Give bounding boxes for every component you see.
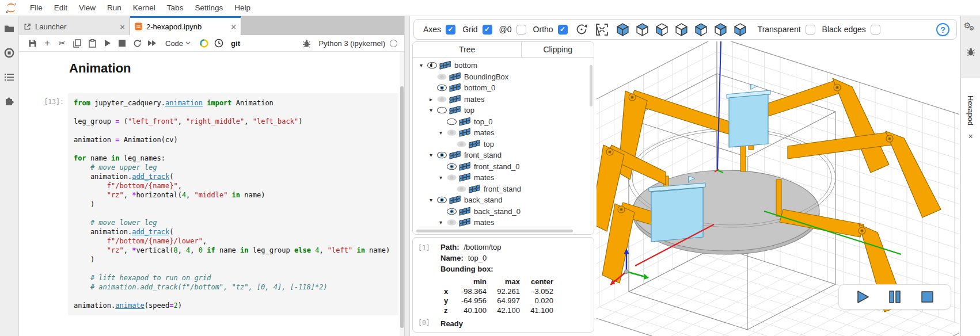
visibility-toggle[interactable]: [436, 106, 447, 114]
menu-file[interactable]: File: [24, 0, 48, 16]
tree-node-mates[interactable]: ▾mates: [413, 217, 594, 228]
tree-node-mates[interactable]: ▸mates: [413, 94, 594, 105]
visibility-toggle[interactable]: [436, 151, 447, 159]
visibility-toggle[interactable]: [436, 73, 447, 81]
cell-type-select[interactable]: Code: [165, 39, 183, 48]
visibility-toggle[interactable]: [436, 196, 447, 204]
file-browser-icon[interactable]: [4, 24, 14, 33]
menu-edit[interactable]: Edit: [48, 0, 73, 16]
ortho-checkbox[interactable]: ✓: [558, 25, 568, 35]
axes-checkbox[interactable]: ✓: [446, 25, 455, 35]
visibility-toggle[interactable]: [456, 185, 467, 193]
menu-tabs[interactable]: Tabs: [161, 0, 189, 16]
view-cube-icon-2[interactable]: [655, 22, 669, 37]
tree-expand-icon[interactable]: ▾: [437, 129, 445, 136]
view-cube-icon-3[interactable]: [674, 22, 689, 37]
cad-3d-viewport[interactable]: [597, 41, 959, 336]
history-icon[interactable]: [211, 36, 226, 50]
restart-icon[interactable]: [130, 36, 145, 50]
visibility-toggle[interactable]: [446, 174, 457, 181]
@0-checkbox[interactable]: [516, 25, 526, 35]
table-of-contents-icon[interactable]: [4, 73, 14, 81]
reset-camera-icon[interactable]: [575, 22, 588, 36]
close-icon[interactable]: ×: [231, 22, 236, 31]
tab-tree[interactable]: Tree: [413, 42, 521, 57]
view-cube-icon-1[interactable]: [635, 22, 649, 37]
visibility-toggle[interactable]: [446, 208, 457, 215]
tree-node-back_stand[interactable]: ▾back_stand: [413, 194, 594, 206]
code-editor[interactable]: from jupyter_cadquery.animation import A…: [74, 98, 396, 310]
scrollbar-thumb[interactable]: [400, 86, 404, 328]
fast-forward-icon[interactable]: [145, 36, 159, 50]
horizontal-scrollbar[interactable]: [416, 230, 573, 232]
pause-button[interactable]: [887, 289, 902, 304]
tab-launcher[interactable]: Launcher ×: [19, 16, 130, 35]
tree-node-mates[interactable]: ▾mates: [413, 172, 594, 184]
tree-node-mates[interactable]: ▾mates: [413, 127, 594, 139]
vertical-scrollbar[interactable]: [590, 65, 592, 106]
sidebar-tab-hexapod[interactable]: Hexapod ×: [961, 96, 980, 140]
tree-expand-icon[interactable]: ▾: [437, 219, 445, 226]
tree-node-bottom[interactable]: ▾bottom: [413, 60, 594, 71]
visibility-toggle[interactable]: [446, 118, 457, 125]
tree-node-front_stand_0[interactable]: front_stand_0: [413, 161, 594, 173]
grid-checkbox[interactable]: ✓: [483, 25, 492, 35]
menu-help[interactable]: Help: [229, 0, 256, 16]
view-cube-icon-6[interactable]: [733, 22, 747, 37]
code-cell[interactable]: from jupyter_cadquery.animation import A…: [68, 93, 398, 315]
tree-node-top_0[interactable]: top_0: [413, 116, 594, 128]
paste-icon[interactable]: [85, 36, 100, 50]
play-button[interactable]: [855, 289, 870, 304]
menu-run[interactable]: Run: [101, 0, 127, 16]
property-inspector-icon[interactable]: ⚙⚙: [965, 23, 977, 35]
running-sessions-icon[interactable]: [4, 48, 14, 58]
tree-node-front_stand[interactable]: ▾front_stand: [413, 150, 594, 161]
tree-node-top[interactable]: ▾top: [413, 105, 594, 116]
menu-kernel[interactable]: Kernel: [127, 0, 161, 16]
menu-settings[interactable]: Settings: [189, 0, 229, 16]
fit-view-icon[interactable]: [595, 23, 609, 36]
view-cube-icon-5[interactable]: [713, 22, 728, 37]
bug-icon[interactable]: [299, 36, 314, 50]
tree-expand-icon[interactable]: ▾: [437, 174, 445, 181]
help-button[interactable]: ?: [936, 23, 949, 36]
view-cube-icon-4[interactable]: [694, 22, 708, 37]
transparent-checkbox[interactable]: [806, 25, 815, 35]
menu-view[interactable]: View: [73, 0, 101, 16]
tab-clipping[interactable]: Clipping: [521, 42, 594, 57]
kernel-name[interactable]: Python 3 (ipykernel): [318, 39, 385, 48]
tab-notebook[interactable]: 2-hexapod.ipynb ×: [130, 16, 241, 35]
tree-node-top[interactable]: top: [413, 139, 594, 150]
visibility-toggle[interactable]: [446, 219, 457, 226]
stop-icon[interactable]: [115, 36, 130, 50]
visibility-toggle[interactable]: [436, 96, 447, 103]
save-icon[interactable]: [25, 36, 40, 50]
visibility-toggle[interactable]: [446, 163, 457, 170]
visibility-toggle[interactable]: [436, 84, 447, 91]
tree-expand-icon[interactable]: ▾: [427, 107, 435, 113]
stop-button[interactable]: [920, 289, 935, 304]
close-icon[interactable]: ×: [120, 22, 125, 31]
view-cube-icon-0[interactable]: [616, 22, 630, 37]
cut-icon[interactable]: ✂: [55, 36, 70, 50]
tree-node-BoundingBox[interactable]: BoundingBox: [413, 71, 594, 83]
black-edges-checkbox[interactable]: [871, 25, 880, 35]
visibility-toggle[interactable]: [456, 140, 467, 148]
visibility-toggle[interactable]: [427, 62, 438, 69]
panel-divider[interactable]: [404, 16, 410, 336]
run-icon[interactable]: [100, 36, 115, 50]
debugger-icon[interactable]: [966, 47, 975, 56]
tree-expand-icon[interactable]: ▾: [427, 197, 435, 203]
tree-node-back_stand_0[interactable]: back_stand_0: [413, 206, 594, 217]
notebook-scrollbar[interactable]: [400, 52, 404, 336]
visibility-toggle[interactable]: [446, 129, 457, 136]
extensions-icon[interactable]: [4, 96, 14, 106]
close-icon[interactable]: ×: [968, 132, 973, 140]
tree-expand-icon[interactable]: ▾: [427, 152, 435, 158]
tree-node-front_stand[interactable]: front_stand: [413, 184, 594, 195]
tree-expand-icon[interactable]: ▸: [427, 96, 435, 102]
back-stand[interactable]: [727, 84, 770, 147]
tree-node-bottom_0[interactable]: bottom_0: [413, 82, 594, 94]
add-cell-icon[interactable]: +: [40, 36, 55, 50]
copy-icon[interactable]: [70, 36, 85, 50]
